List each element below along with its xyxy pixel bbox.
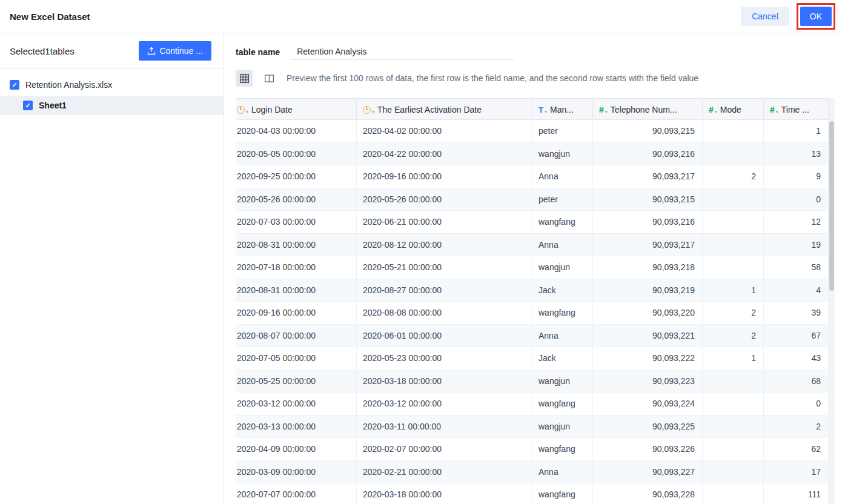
table-name-label: table name <box>236 47 280 57</box>
table-row: 2020-05-05 00:00:002020-04-22 00:00:00wa… <box>236 143 835 166</box>
table-cell: 2020-08-07 00:00:00 <box>236 325 357 347</box>
table-cell: Anna <box>532 234 593 256</box>
table-cell: 2020-03-09 00:00:00 <box>236 461 357 483</box>
table-cell: 12 <box>764 211 829 233</box>
table-row: 2020-07-03 00:00:002020-06-21 00:00:00wa… <box>236 211 835 234</box>
table-row: 2020-05-25 00:00:002020-03-18 00:00:00wa… <box>236 370 835 393</box>
column-header[interactable]: ▾The Earliest Activation Date <box>357 99 532 121</box>
check-icon: ✓ <box>12 82 17 88</box>
sheet-checkbox[interactable]: ✓ <box>23 101 33 110</box>
column-name: Time ... <box>781 105 809 114</box>
type-dropdown-caret-icon[interactable]: ▾ <box>246 110 248 114</box>
table-cell: 2020-03-11 00:00:00 <box>357 416 532 438</box>
main-panel: table name Previ <box>224 33 845 504</box>
table-cell: 90,093,219 <box>593 279 703 302</box>
table-row: 2020-07-05 00:00:002020-05-23 00:00:00Ja… <box>236 347 835 370</box>
table-cell: Anna <box>532 461 593 483</box>
scrollbar-thumb[interactable] <box>829 121 834 291</box>
column-header[interactable]: #▾Telephone Num... <box>593 99 703 121</box>
table-cell: 2020-09-16 00:00:00 <box>357 165 532 188</box>
number-type-icon: # <box>770 105 775 114</box>
cancel-button[interactable]: Cancel <box>741 7 789 26</box>
table-name-row: table name <box>224 33 845 60</box>
table-cell: 2020-02-21 00:00:00 <box>357 461 532 483</box>
column-name: Man... <box>550 105 574 114</box>
table-row: 2020-03-12 00:00:002020-03-12 00:00:00wa… <box>236 393 835 416</box>
table-cell: 2020-03-18 00:00:00 <box>357 370 532 393</box>
clock-icon <box>363 106 371 114</box>
table-cell: 2020-05-25 00:00:00 <box>236 370 357 393</box>
table-row: 2020-07-18 00:00:002020-05-21 00:00:00wa… <box>236 256 835 279</box>
selected-tables-text: Selected1tables <box>10 46 75 56</box>
table-cell: 2020-05-23 00:00:00 <box>357 347 532 370</box>
table-cell: 2020-04-02 00:00:00 <box>357 120 532 142</box>
file-checkbox[interactable]: ✓ <box>10 80 19 90</box>
column-header[interactable]: #▾Time ... <box>764 99 829 121</box>
table-cell: 13 <box>764 143 829 165</box>
table-cell: 2020-09-25 00:00:00 <box>236 165 357 188</box>
upload-icon <box>147 47 156 55</box>
file-item[interactable]: ✓ Retention Analysis.xlsx <box>0 74 224 96</box>
table-row: 2020-04-09 00:00:002020-02-07 00:00:00wa… <box>236 438 835 461</box>
sheet-item-sheet1[interactable]: ✓ Sheet1 <box>0 96 224 115</box>
table-cell: 90,093,215 <box>593 120 703 142</box>
table-cell: 2020-06-01 00:00:00 <box>357 325 532 347</box>
number-type-icon: # <box>709 105 714 114</box>
continue-button-label: Continue ... <box>159 46 203 56</box>
table-cell: 1 <box>703 279 764 302</box>
sidebar-header: Selected1tables Continue ... <box>0 33 224 69</box>
table-row: 2020-04-03 00:00:002020-04-02 00:00:00pe… <box>236 120 835 143</box>
new-excel-dataset-dialog: New Excel Dataset Cancel OK Selected1tab… <box>0 0 845 504</box>
sidebar: Selected1tables Continue ... ✓ Retention… <box>0 33 224 504</box>
table-cell: 90,093,218 <box>593 256 703 279</box>
table-row: 2020-09-25 00:00:002020-09-16 00:00:00An… <box>236 165 835 188</box>
table-cell: 2020-05-26 00:00:00 <box>236 188 357 211</box>
table-cell <box>703 483 764 504</box>
dialog-header: New Excel Dataset Cancel OK <box>0 0 845 33</box>
table-cell: 2020-08-31 00:00:00 <box>236 234 357 256</box>
table-cell: 2020-08-31 00:00:00 <box>236 279 357 302</box>
ok-highlight-annotation: OK <box>797 3 835 30</box>
type-dropdown-caret-icon[interactable]: ▾ <box>715 110 717 114</box>
column-name: Mode <box>720 105 741 114</box>
table-cell: Jack <box>532 347 593 370</box>
type-dropdown-caret-icon[interactable]: ▾ <box>605 110 608 114</box>
table-cell: 2 <box>703 325 764 347</box>
table-cell: 2020-06-21 00:00:00 <box>357 211 532 233</box>
column-header[interactable]: T▾Man... <box>532 99 593 121</box>
text-type-icon: T <box>538 105 543 114</box>
column-header[interactable]: #▾Mode <box>703 99 764 121</box>
table-cell: 90,093,224 <box>593 393 703 415</box>
vertical-scrollbar[interactable] <box>829 98 835 504</box>
field-view-button[interactable] <box>260 70 277 87</box>
sheet-name: Sheet1 <box>39 101 67 110</box>
table-cell: 68 <box>764 370 829 393</box>
preview-toolbar: Preview the first 100 rows of data, the … <box>236 70 845 87</box>
type-dropdown-caret-icon[interactable]: ▾ <box>776 110 778 114</box>
table-cell: 2020-04-22 00:00:00 <box>357 143 532 165</box>
table-name-input[interactable] <box>291 44 514 60</box>
table-cell <box>703 393 764 415</box>
table-cell <box>703 461 764 483</box>
table-cell: wangjun <box>532 256 593 279</box>
header-actions: Cancel OK <box>741 3 835 30</box>
table-cell: 90,093,217 <box>593 234 703 256</box>
table-cell: 2020-07-07 00:00:00 <box>236 483 357 504</box>
table-cell: wangjun <box>532 143 593 165</box>
continue-button[interactable]: Continue ... <box>139 41 211 61</box>
column-header[interactable]: ▾Login Date <box>236 99 357 121</box>
table-cell: 2 <box>764 416 829 438</box>
table-cell <box>703 143 764 165</box>
table-cell <box>703 120 764 142</box>
type-dropdown-caret-icon[interactable]: ▾ <box>372 110 374 114</box>
table-row: 2020-03-09 00:00:002020-02-21 00:00:00An… <box>236 461 835 484</box>
table-cell: 90,093,222 <box>593 347 703 370</box>
grid-view-button[interactable] <box>236 70 253 87</box>
type-dropdown-caret-icon[interactable]: ▾ <box>545 110 547 114</box>
table-cell: 1 <box>764 120 829 142</box>
table-row: 2020-09-16 00:00:002020-08-08 00:00:00wa… <box>236 302 835 325</box>
table-cell: 62 <box>764 438 829 460</box>
table-cell: 90,093,216 <box>593 211 703 233</box>
table-cell: 4 <box>764 279 829 302</box>
ok-button[interactable]: OK <box>800 7 832 26</box>
